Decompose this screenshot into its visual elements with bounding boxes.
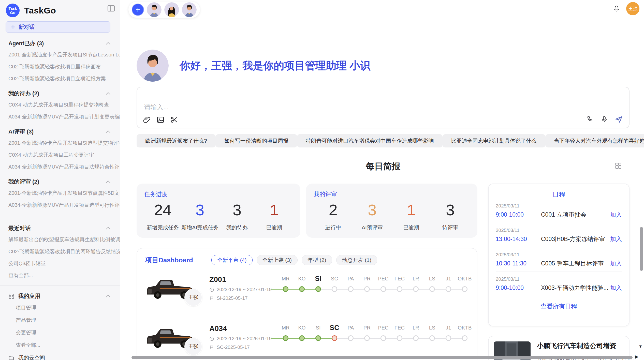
milestone-dot: [413, 335, 419, 341]
suggestion-chip[interactable]: 欧洲新规最近颁布了什么?: [137, 134, 216, 147]
recent-chat-item[interactable]: 解释最新出台的欧盟报废车法规再生塑料比例被调至15%...: [0, 234, 120, 246]
milestone-dot: [315, 286, 321, 292]
my-review-card: 我的评审 2 进行中 3 AI预评审 1 已逾期 3: [306, 184, 477, 238]
sidebar-task-item[interactable]: C0X4-动力总成开发项目SI里程碑提交物检查: [0, 99, 120, 111]
vertical-scrollbar-thumb[interactable]: [640, 227, 643, 271]
stat-value: 1: [256, 201, 293, 219]
sidebar-task-item[interactable]: C02-飞腾新能源轻客改款项目立项汇报方案: [0, 73, 120, 85]
schedule-date: 2025/03/11: [496, 276, 622, 282]
stat-value: 1: [392, 201, 431, 219]
project-name: Z001: [209, 275, 275, 284]
suggestion-chip[interactable]: 特朗普可能对进口汽车增税会对中国车企造成哪些影响: [297, 134, 443, 147]
milestone-label: J1: [440, 274, 457, 283]
sidebar-item-cloud-space[interactable]: 我的云空间: [0, 351, 120, 360]
chat-input[interactable]: 请输入...: [137, 87, 630, 128]
sidebar-task-item[interactable]: Z001-全新燃油皮卡产品开发项目SI节点Lesson Learn报告: [0, 49, 120, 61]
schedule-time: 13:00-14:30: [496, 236, 541, 243]
project-row[interactable]: 王强 Z001 2023-12-19 ~ 2027-01-19 SI-2025-…: [145, 268, 469, 308]
sidebar-task-item[interactable]: A034-全新新能源MUV产品开发项目法规符合性评审: [0, 161, 120, 173]
app-logo-icon: Task Go: [6, 4, 20, 17]
section-header-agent-done[interactable]: Agent已办 (3): [0, 35, 120, 49]
schedule-time: 10:30-11:30: [496, 260, 541, 267]
apps-grid-icon: [8, 293, 14, 299]
sidebar-item-my-apps[interactable]: 我的应用: [0, 290, 120, 302]
briefing-cards: 任务进度 24 新增完成任务 3 新增AI完成任务 3 我的待办: [137, 184, 477, 238]
sidebar-task-item[interactable]: Z001-全新燃油轻卡产品开发项目SI造型提交物评审: [0, 137, 120, 149]
stat-label: AI预评审: [353, 224, 392, 231]
new-chat-button[interactable]: 新对话: [6, 21, 110, 33]
sidebar-header: Task Go TaskGo: [0, 0, 120, 20]
chat-input-placeholder: 请输入...: [144, 103, 169, 111]
send-icon[interactable]: [615, 115, 623, 123]
recent-view-all[interactable]: 查看全部...: [0, 269, 120, 281]
app-item-change-mgmt[interactable]: 变更管理: [0, 326, 120, 339]
dashboard-header: 项目Dashboard 全新平台 (4) 全新上装 (3) 年型 (2) 动总开…: [145, 255, 469, 265]
news-title: 小鹏飞行汽车制造公司增资: [537, 341, 634, 350]
section-header-my-todo[interactable]: 我的待办 (2): [0, 85, 120, 99]
project-row[interactable]: 王强 A034 2023-12-19 ~ 2026-01-19 SC-2025-…: [145, 317, 469, 357]
my-apps-label: 我的应用: [18, 292, 102, 300]
suggestion-chip[interactable]: 如何写一份清晰的项目周报: [216, 134, 297, 147]
horizontal-scrollbar-thumb[interactable]: [131, 356, 633, 359]
app-item-product-mgmt[interactable]: 产品管理: [0, 314, 120, 326]
scroll-down-arrow[interactable]: ▼: [638, 344, 642, 349]
stat-value: 3: [218, 201, 256, 219]
suggestion-chip[interactable]: 当下年轻人对汽车外观有怎样的喜好趋势: [545, 134, 644, 147]
milestone-label: PEC: [375, 323, 391, 332]
tab-year-model[interactable]: 年型 (2): [302, 255, 332, 265]
tab-powertrain[interactable]: 动总开发 (1): [336, 255, 377, 265]
join-link[interactable]: 加入: [610, 211, 622, 219]
milestone-dot: [462, 286, 467, 292]
tab-new-body[interactable]: 全新上装 (3): [257, 255, 298, 265]
apps-view-all[interactable]: 查看全部...: [0, 339, 120, 351]
suggestion-chips: 欧洲新规最近颁布了什么? 如何写一份清晰的项目周报 特朗普可能对进口汽车增税会对…: [137, 134, 630, 147]
flag-icon: [209, 296, 214, 301]
mic-icon[interactable]: [601, 115, 608, 123]
milestone-label-current: SI: [310, 274, 326, 283]
app-item-project-mgmt[interactable]: 项目管理: [0, 302, 120, 314]
paperclip-icon[interactable]: [143, 116, 151, 124]
stat: 3 我的待办: [218, 201, 256, 231]
sidebar-task-item[interactable]: C0X4-动力总成开发项目工程变更评审: [0, 149, 120, 161]
phone-icon[interactable]: [586, 115, 594, 123]
sidebar-task-item[interactable]: A034-全新新能源MUV产品开发项目造型可行性评审: [0, 199, 120, 211]
scissors-icon[interactable]: [170, 116, 178, 124]
section-header-recent[interactable]: 最近对话: [0, 219, 120, 234]
milestone-label: LS: [424, 274, 440, 283]
milestone-dot: [299, 335, 305, 341]
milestone-dot: [462, 335, 467, 341]
stat-label: 已逾期: [392, 224, 431, 231]
stat-label: 进行中: [314, 224, 353, 231]
image-upload-icon[interactable]: [156, 116, 165, 124]
section-header-my-review[interactable]: 我的评审 (2): [0, 173, 120, 187]
schedule-name: C005-整车工程目标评审: [541, 260, 610, 267]
join-link[interactable]: 加入: [610, 235, 622, 243]
cloud-space-label: 我的云空间: [18, 354, 45, 360]
stat: 24 新增完成任务: [144, 201, 181, 231]
schedule-card: 日程 2025/03/11 9:00-10:00 C001-立项审批会 加入 2…: [488, 184, 630, 326]
join-link[interactable]: 加入: [610, 260, 622, 267]
project-info: A034 2023-12-19 ~ 2026-01-19 SC-2025-05-…: [209, 324, 275, 350]
section-header-ai-review[interactable]: AI评审 (3): [0, 123, 120, 137]
milestone-label: KO: [294, 274, 310, 283]
view-all-schedule-link[interactable]: 查看所有日程: [496, 296, 622, 317]
layout-grid-icon[interactable]: [615, 162, 622, 169]
chevron-up-icon: [105, 130, 111, 133]
sidebar-collapse-icon[interactable]: [107, 5, 115, 12]
recent-chat-item[interactable]: C02-飞腾新能源轻客改款项目的闭环通告反馈情况: [0, 246, 120, 258]
tab-all-new-platform[interactable]: 全新平台 (4): [211, 255, 253, 265]
chevron-up-icon: [105, 227, 111, 230]
scroll-right-arrow[interactable]: ▶: [635, 354, 638, 359]
sidebar-task-item[interactable]: Z001-全新燃油轻卡产品开发项目SI节点属性5D文件评审: [0, 187, 120, 199]
sidebar-task-item[interactable]: A034-全新新能源MUV产品开发项目计划变更表编写: [0, 111, 120, 123]
schedule-date: 2025/03/11: [496, 252, 622, 258]
join-link[interactable]: 加入: [610, 284, 622, 292]
stat-value: 2: [314, 201, 353, 219]
milestone-dot: [283, 286, 288, 292]
recent-chat-item[interactable]: 公司Q3轻卡销量: [0, 258, 120, 269]
stat: 3 新增AI完成任务: [181, 201, 218, 231]
milestone-label-current: SC: [326, 323, 343, 332]
schedule-item: 2025/03/11 9:00-10:00 C001-立项审批会 加入: [496, 199, 622, 223]
suggestion-chip[interactable]: 比亚迪全固态电池计划具体说了什么: [443, 134, 545, 147]
sidebar-task-item[interactable]: C02-飞腾新能源轻客改款项目里程碑画布: [0, 61, 120, 73]
